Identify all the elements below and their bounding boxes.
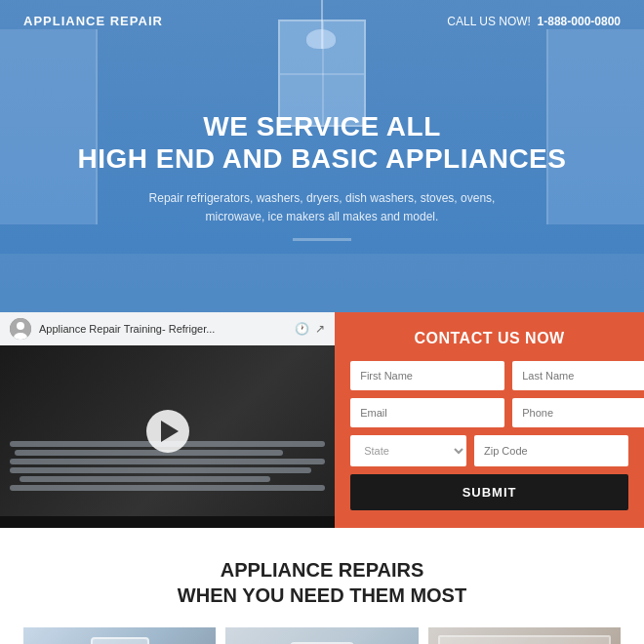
fridge-card [23, 627, 216, 644]
play-button[interactable] [146, 410, 189, 453]
video-avatar [10, 318, 31, 340]
hero-subtitle: Repair refrigerators, washers, dryers, d… [146, 189, 498, 226]
location-row: State ALAKAZ CACOFL GAILNY TX [350, 435, 628, 466]
site-logo: APPLIANCE REPAIR [23, 14, 163, 28]
email-input[interactable] [350, 398, 504, 427]
contact-form-panel: CONTACT US NOW State ALAKAZ CACOFL GAILN… [335, 312, 644, 528]
service-cards [23, 627, 621, 644]
share-icon[interactable]: ↗ [315, 322, 325, 336]
video-frame[interactable] [0, 345, 335, 516]
contact-row [350, 398, 628, 427]
video-actions: 🕐 ↗ [295, 322, 325, 336]
cta-text: CALL US NOW! [447, 15, 531, 28]
video-topbar: Appliance Repair Training- Refriger... 🕐… [0, 312, 335, 345]
hero-title: WE SERVICE ALL HIGH END AND BASIC APPLIA… [78, 110, 567, 176]
phone-number: CALL US NOW! 1-888-000-0800 [447, 15, 621, 28]
hero-divider [293, 238, 351, 241]
washer-card [225, 627, 418, 644]
bottom-section: APPLIANCE REPAIRS WHEN YOU NEED THEM MOS… [0, 528, 644, 644]
state-select[interactable]: State ALAKAZ CACOFL GAILNY TX [350, 435, 466, 466]
submit-button[interactable]: SUBMIT [350, 474, 628, 510]
first-name-input[interactable] [350, 361, 504, 390]
svg-point-1 [17, 322, 24, 330]
phone-digits: 1-888-000-0800 [538, 15, 621, 28]
zip-input[interactable] [474, 435, 628, 466]
last-name-input[interactable] [512, 361, 644, 390]
kitchen-card [428, 627, 621, 644]
form-title: CONTACT US NOW [350, 330, 628, 347]
phone-input[interactable] [512, 398, 644, 427]
video-panel: Appliance Repair Training- Refriger... 🕐… [0, 312, 335, 528]
watch-later-icon[interactable]: 🕐 [295, 322, 309, 336]
name-row [350, 361, 628, 390]
bottom-title: APPLIANCE REPAIRS WHEN YOU NEED THEM MOS… [23, 557, 621, 608]
video-title: Appliance Repair Training- Refriger... [39, 323, 287, 335]
